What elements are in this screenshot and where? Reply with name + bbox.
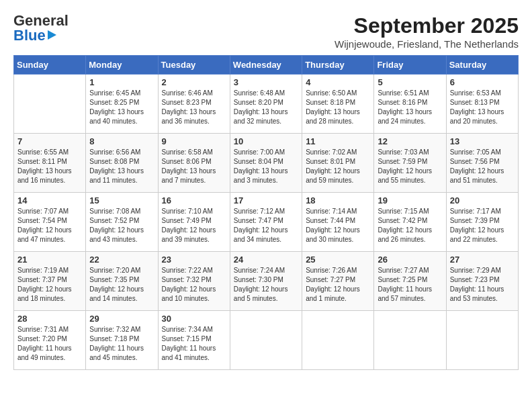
day-info: Sunrise: 7:27 AM Sunset: 7:25 PM Dayligh…: [378, 266, 442, 304]
day-info: Sunrise: 6:48 AM Sunset: 8:20 PM Dayligh…: [234, 89, 298, 126]
day-info: Sunrise: 7:32 AM Sunset: 7:18 PM Dayligh…: [89, 325, 154, 363]
day-info: Sunrise: 7:20 AM Sunset: 7:35 PM Dayligh…: [89, 266, 154, 304]
calendar-table: SundayMondayTuesdayWednesdayThursdayFrid…: [13, 55, 519, 370]
day-info: Sunrise: 7:24 AM Sunset: 7:30 PM Dayligh…: [234, 266, 298, 304]
day-info: Sunrise: 6:45 AM Sunset: 8:25 PM Dayligh…: [89, 89, 154, 126]
col-header-thursday: Thursday: [302, 56, 374, 75]
day-number: 26: [378, 255, 442, 265]
day-number: 15: [89, 195, 154, 205]
day-cell: 4Sunrise: 6:50 AM Sunset: 8:18 PM Daylig…: [302, 75, 374, 134]
day-cell: 24Sunrise: 7:24 AM Sunset: 7:30 PM Dayli…: [230, 252, 302, 311]
day-cell: 25Sunrise: 7:26 AM Sunset: 7:27 PM Dayli…: [302, 252, 374, 311]
calendar-header-row: SundayMondayTuesdayWednesdayThursdayFrid…: [14, 56, 519, 75]
day-number: 17: [234, 195, 298, 205]
day-info: Sunrise: 7:26 AM Sunset: 7:27 PM Dayligh…: [306, 266, 370, 304]
day-cell: 5Sunrise: 6:51 AM Sunset: 8:16 PM Daylig…: [374, 75, 446, 134]
day-cell: 28Sunrise: 7:31 AM Sunset: 7:20 PM Dayli…: [14, 311, 86, 370]
day-info: Sunrise: 6:55 AM Sunset: 8:11 PM Dayligh…: [17, 148, 82, 185]
day-cell: 17Sunrise: 7:12 AM Sunset: 7:47 PM Dayli…: [230, 193, 302, 252]
day-number: 30: [162, 314, 226, 324]
day-cell: 19Sunrise: 7:15 AM Sunset: 7:42 PM Dayli…: [374, 193, 446, 252]
day-number: 4: [306, 77, 370, 87]
col-header-friday: Friday: [374, 56, 446, 75]
day-number: 29: [89, 314, 154, 324]
day-info: Sunrise: 7:34 AM Sunset: 7:15 PM Dayligh…: [162, 325, 226, 363]
logo: General Blue: [13, 13, 69, 43]
day-info: Sunrise: 7:07 AM Sunset: 7:54 PM Dayligh…: [17, 207, 82, 244]
day-cell: 27Sunrise: 7:29 AM Sunset: 7:23 PM Dayli…: [446, 252, 518, 311]
day-info: Sunrise: 7:05 AM Sunset: 7:56 PM Dayligh…: [450, 148, 515, 185]
day-number: 14: [17, 195, 82, 205]
day-number: 2: [162, 77, 226, 87]
day-number: 25: [306, 255, 370, 265]
col-header-tuesday: Tuesday: [158, 56, 230, 75]
day-number: 20: [450, 195, 515, 205]
week-row-2: 7Sunrise: 6:55 AM Sunset: 8:11 PM Daylig…: [14, 134, 519, 193]
day-cell: 2Sunrise: 6:46 AM Sunset: 8:23 PM Daylig…: [158, 75, 230, 134]
day-info: Sunrise: 7:12 AM Sunset: 7:47 PM Dayligh…: [234, 207, 298, 244]
day-info: Sunrise: 7:15 AM Sunset: 7:42 PM Dayligh…: [378, 207, 442, 244]
col-header-wednesday: Wednesday: [230, 56, 302, 75]
col-header-monday: Monday: [86, 56, 158, 75]
day-info: Sunrise: 7:00 AM Sunset: 8:04 PM Dayligh…: [234, 148, 298, 185]
day-number: 8: [89, 136, 154, 146]
day-info: Sunrise: 7:29 AM Sunset: 7:23 PM Dayligh…: [450, 266, 515, 304]
day-number: 5: [378, 77, 442, 87]
day-cell: 1Sunrise: 6:45 AM Sunset: 8:25 PM Daylig…: [86, 75, 158, 134]
day-number: 9: [162, 136, 226, 146]
day-number: 1: [89, 77, 154, 87]
day-cell: 8Sunrise: 6:56 AM Sunset: 8:08 PM Daylig…: [86, 134, 158, 193]
day-cell: 11Sunrise: 7:02 AM Sunset: 8:01 PM Dayli…: [302, 134, 374, 193]
week-row-3: 14Sunrise: 7:07 AM Sunset: 7:54 PM Dayli…: [14, 193, 519, 252]
day-cell: 15Sunrise: 7:08 AM Sunset: 7:52 PM Dayli…: [86, 193, 158, 252]
day-cell: 6Sunrise: 6:53 AM Sunset: 8:13 PM Daylig…: [446, 75, 518, 134]
day-cell: 9Sunrise: 6:58 AM Sunset: 8:06 PM Daylig…: [158, 134, 230, 193]
month-title: September 2025: [335, 13, 519, 38]
day-info: Sunrise: 7:08 AM Sunset: 7:52 PM Dayligh…: [89, 207, 154, 244]
day-info: Sunrise: 7:14 AM Sunset: 7:44 PM Dayligh…: [306, 207, 370, 244]
day-number: 23: [162, 255, 226, 265]
day-info: Sunrise: 7:02 AM Sunset: 8:01 PM Dayligh…: [306, 148, 370, 185]
week-row-4: 21Sunrise: 7:19 AM Sunset: 7:37 PM Dayli…: [14, 252, 519, 311]
day-cell: 12Sunrise: 7:03 AM Sunset: 7:59 PM Dayli…: [374, 134, 446, 193]
day-cell: 20Sunrise: 7:17 AM Sunset: 7:39 PM Dayli…: [446, 193, 518, 252]
day-number: 3: [234, 77, 298, 87]
day-cell: 18Sunrise: 7:14 AM Sunset: 7:44 PM Dayli…: [302, 193, 374, 252]
day-cell: 14Sunrise: 7:07 AM Sunset: 7:54 PM Dayli…: [14, 193, 86, 252]
week-row-5: 28Sunrise: 7:31 AM Sunset: 7:20 PM Dayli…: [14, 311, 519, 370]
day-cell: 16Sunrise: 7:10 AM Sunset: 7:49 PM Dayli…: [158, 193, 230, 252]
day-cell: 26Sunrise: 7:27 AM Sunset: 7:25 PM Dayli…: [374, 252, 446, 311]
logo-blue-row: Blue: [13, 28, 69, 43]
day-info: Sunrise: 7:22 AM Sunset: 7:32 PM Dayligh…: [162, 266, 226, 304]
day-number: 24: [234, 255, 298, 265]
day-number: 6: [450, 77, 515, 87]
day-number: 27: [450, 255, 515, 265]
day-cell: 10Sunrise: 7:00 AM Sunset: 8:04 PM Dayli…: [230, 134, 302, 193]
day-cell: 13Sunrise: 7:05 AM Sunset: 7:56 PM Dayli…: [446, 134, 518, 193]
day-info: Sunrise: 6:50 AM Sunset: 8:18 PM Dayligh…: [306, 89, 370, 126]
logo-general-text: General: [13, 13, 69, 28]
day-info: Sunrise: 6:53 AM Sunset: 8:13 PM Dayligh…: [450, 89, 515, 126]
day-number: 12: [378, 136, 442, 146]
col-header-sunday: Sunday: [14, 56, 86, 75]
day-cell: 23Sunrise: 7:22 AM Sunset: 7:32 PM Dayli…: [158, 252, 230, 311]
day-cell: 21Sunrise: 7:19 AM Sunset: 7:37 PM Dayli…: [14, 252, 86, 311]
day-info: Sunrise: 7:03 AM Sunset: 7:59 PM Dayligh…: [378, 148, 442, 185]
day-number: 21: [17, 255, 82, 265]
col-header-saturday: Saturday: [446, 56, 518, 75]
week-row-1: 1Sunrise: 6:45 AM Sunset: 8:25 PM Daylig…: [14, 75, 519, 134]
day-info: Sunrise: 7:17 AM Sunset: 7:39 PM Dayligh…: [450, 207, 515, 244]
header: General Blue September 2025 Wijnjewoude,…: [13, 13, 519, 50]
day-info: Sunrise: 7:10 AM Sunset: 7:49 PM Dayligh…: [162, 207, 226, 244]
title-area: September 2025 Wijnjewoude, Friesland, T…: [335, 13, 519, 50]
day-info: Sunrise: 6:51 AM Sunset: 8:16 PM Dayligh…: [378, 89, 442, 126]
day-number: 16: [162, 195, 226, 205]
day-number: 28: [17, 314, 82, 324]
day-cell: [302, 311, 374, 370]
day-cell: 29Sunrise: 7:32 AM Sunset: 7:18 PM Dayli…: [86, 311, 158, 370]
day-cell: [230, 311, 302, 370]
day-info: Sunrise: 6:46 AM Sunset: 8:23 PM Dayligh…: [162, 89, 226, 126]
day-cell: 7Sunrise: 6:55 AM Sunset: 8:11 PM Daylig…: [14, 134, 86, 193]
day-info: Sunrise: 7:31 AM Sunset: 7:20 PM Dayligh…: [17, 325, 82, 363]
day-number: 10: [234, 136, 298, 146]
